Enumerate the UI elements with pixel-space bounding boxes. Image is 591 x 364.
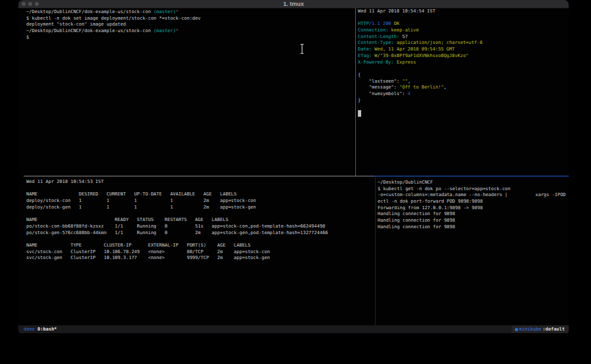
terminal-line: NAME READY STATUS RESTARTS AGE LABELS: [26, 217, 382, 224]
terminal-line: ETag: W/"39-0xBPf9aF1dXVNkhsxoBQgJ8vKzo": [358, 53, 569, 60]
terminal-line: [358, 66, 569, 72]
tmux-pane-top-left[interactable]: ~/Desktop/DublinCNCF/dok-example-us/stoc…: [18, 8, 363, 177]
terminal-line: [26, 186, 382, 192]
terminal-line: Handling connection for 9898: [378, 224, 569, 231]
terminal-line: deployment "stock-con" image updated: [26, 22, 363, 28]
terminal-line: Wed 11 Apr 2018 10:54:54 IST: [358, 9, 569, 15]
terminal-line: ~/Desktop/DublinCNCF: [378, 180, 569, 186]
terminal-line: X-Powered-By: Express: [358, 60, 569, 66]
terminal-line: Handling connection for 9898: [378, 218, 569, 224]
terminal-line: po/stock-con-bb68f88fd-kzsxz 1/1 Running…: [26, 224, 382, 230]
terminal-line: svc/stock-con ClusterIP 10.106.78.249 <n…: [26, 249, 382, 256]
tmux-pane-bottom-left[interactable]: Wed 11 Apr 2018 10:54:53 IST NAME DESIRE…: [18, 176, 382, 328]
status-right: minikube:default: [512, 325, 569, 333]
terminal-cursor: [358, 110, 361, 117]
terminal-line: ~/Desktop/DublinCNCF/dok-example-us/stoc…: [26, 28, 363, 35]
terminal-line: $: [26, 35, 363, 41]
window-tab[interactable]: 0:bash*: [37, 327, 57, 332]
pane-border-vertical-active[interactable]: [355, 8, 356, 176]
kube-namespace: :default: [542, 325, 565, 333]
terminal-line: Content-Type: application/json; charset=…: [358, 40, 569, 47]
terminal-line: ~/Desktop/DublinCNCF/dok-example-us/stoc…: [26, 9, 363, 16]
terminal-line: NAME DESIRED CURRENT UP-TO-DATE AVAILABL…: [26, 192, 382, 198]
terminal-line: po/stock-gen-576cc688bb-44kmn 1/1 Runnin…: [26, 230, 382, 237]
pane-border-horizontal-active[interactable]: [374, 176, 569, 176]
tmux-pane-bottom-right[interactable]: ~/Desktop/DublinCNCF$ kubectl get -n dok…: [376, 176, 569, 329]
pane-border-vertical-bottom[interactable]: [375, 176, 376, 325]
terminal-window: 1. tmux ~/Desktop/DublinCNCF/dok-example…: [18, 0, 569, 333]
terminal-line: Handling connection for 9898: [378, 211, 569, 218]
tmux-pane-top-right[interactable]: Wed 11 Apr 2018 10:54:54 IST HTTP/1.1 20…: [357, 8, 569, 176]
terminal-line: "message": "Off to Berlin!",: [358, 85, 569, 91]
terminal-line: svc/stock-gen ClusterIP 10.109.3.177 <no…: [26, 255, 382, 262]
terminal-line: [26, 236, 382, 243]
ibeam-cursor-icon: [299, 43, 305, 57]
kube-context: minikube: [519, 325, 542, 333]
terminal-line: "numsymbols": 4: [358, 91, 569, 98]
terminal-line: Date: Wed, 11 Apr 2018 09:54:55 GMT: [358, 47, 569, 53]
tmux-status-bar: demo 0:bash* minikube:default: [18, 325, 569, 333]
terminal-line: {: [358, 72, 569, 79]
terminal-line: NAME TYPE CLUSTER-IP EXTERNAL-IP PORT(S)…: [26, 243, 382, 249]
terminal-line: "lastseen": "",: [358, 79, 569, 85]
terminal-line: $ kubectl get -n dok po --selector=app=s…: [378, 186, 569, 193]
terminal-line: $ kubectl -n dok set image deployment/st…: [26, 16, 363, 22]
terminal-line: HTTP/1.1 200 OK: [358, 21, 569, 28]
terminal-line: [358, 110, 569, 117]
terminal-line: ectl -n dok port-forward POD 9898:9898: [378, 199, 569, 205]
terminal-line: [26, 211, 382, 217]
terminal-line: [358, 104, 569, 110]
pane-border-horizontal-inactive[interactable]: [24, 176, 374, 176]
window-title: 1. tmux: [18, 1, 569, 7]
terminal-line: deploy/stock-con 1 1 1 1 2m app=stock-co…: [26, 198, 382, 205]
terminal-line: Connection: keep-alive: [358, 28, 569, 34]
terminal-line: }: [358, 98, 569, 104]
terminal-line: Forwarding from 127.0.0.1:9898 -> 9898: [378, 205, 569, 212]
terminal-line: [358, 15, 569, 22]
terminal-line: deploy/stock-gen 1 1 1 1 2m app=stock-ge…: [26, 205, 382, 211]
session-name: demo: [24, 327, 35, 332]
terminal-line: Wed 11 Apr 2018 10:54:53 IST: [26, 179, 382, 186]
desktop: 1. tmux ~/Desktop/DublinCNCF/dok-example…: [0, 0, 591, 364]
kubernetes-helm-icon: [515, 328, 518, 331]
status-left: demo 0:bash*: [18, 325, 57, 333]
terminal-line: -o=custom-columns=:metadata.name --no-he…: [378, 192, 569, 199]
terminal-line: Content-Length: 57: [358, 34, 569, 41]
